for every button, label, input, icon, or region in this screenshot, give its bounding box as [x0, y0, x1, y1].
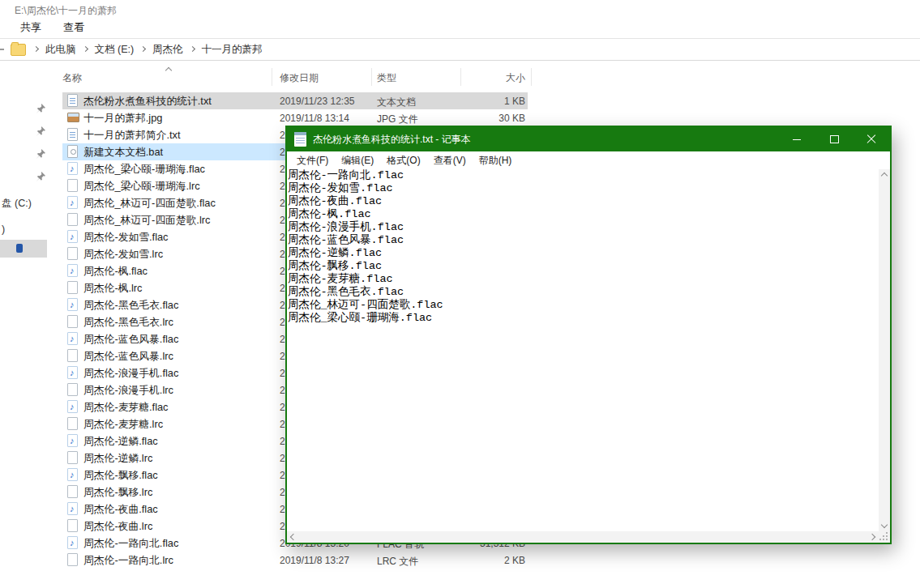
scroll-right-icon[interactable]: [869, 534, 875, 540]
flac-file-icon: [67, 162, 78, 175]
file-name: 周杰伦-发如雪.lrc: [83, 248, 163, 262]
lrc-file-icon: [67, 519, 78, 532]
text-line: 周杰伦-一路向北.flac: [288, 169, 879, 182]
column-header-name[interactable]: 名称: [62, 71, 82, 85]
file-name: 周杰伦-黑色毛衣.flac: [83, 299, 178, 313]
file-name: 周杰伦-黑色毛衣.lrc: [83, 316, 173, 330]
column-header-type[interactable]: 类型: [377, 71, 396, 85]
file-name: 周杰伦-飘移.flac: [83, 469, 158, 483]
scroll-down-icon[interactable]: [881, 522, 888, 528]
breadcrumb-item[interactable]: 周杰伦: [152, 43, 183, 57]
menu-item[interactable]: 查看(V): [427, 151, 473, 170]
resize-grip-icon[interactable]: [886, 539, 888, 540]
scroll-left-icon[interactable]: [290, 534, 297, 540]
file-date: 2: [280, 266, 285, 277]
lrc-file-icon: [67, 247, 78, 260]
lrc-file-icon: [67, 281, 78, 294]
column-header-size[interactable]: 大小: [466, 71, 525, 85]
file-date: 2: [280, 487, 285, 498]
txt-file-icon: [67, 128, 78, 141]
column-separator[interactable]: [460, 68, 461, 86]
vertical-scrollbar[interactable]: [879, 169, 890, 531]
menu-item[interactable]: 帮助(H): [473, 151, 519, 170]
flac-file-icon: [67, 230, 78, 243]
breadcrumb-item[interactable]: 文档 (E:): [95, 43, 135, 57]
file-date: 2019/11/23 12:35: [280, 96, 355, 107]
menu-item[interactable]: 文件(F): [290, 151, 335, 170]
breadcrumb-separator-icon: [82, 46, 88, 52]
lrc-file-icon: [67, 315, 78, 328]
sidebar-item-drive-c[interactable]: 盘 (C:): [2, 197, 32, 211]
minimize-button[interactable]: [778, 127, 815, 151]
file-name: 周杰伦-蓝色风暴.flac: [83, 333, 178, 347]
sidebar-selected-item[interactable]: [0, 240, 47, 258]
file-name: 周杰伦-蓝色风暴.lrc: [83, 350, 173, 364]
text-line: 周杰伦-浪漫手机.flac: [288, 221, 879, 234]
file-date: 2: [280, 215, 285, 226]
sidebar-item-drive-e[interactable]: ): [2, 224, 5, 235]
flac-file-icon: [67, 366, 78, 379]
file-row[interactable]: 周杰伦-一路向北.lrc2019/11/8 13:27LRC 文件2 KB: [62, 552, 528, 569]
jpg-file-icon: [67, 113, 79, 122]
lrc-file-icon: [67, 451, 78, 464]
flac-file-icon: [67, 332, 78, 345]
file-date: 2: [280, 470, 285, 481]
notepad-text-area[interactable]: 周杰伦-一路向北.flac周杰伦-发如雪.flac周杰伦-夜曲.flac周杰伦-…: [288, 169, 879, 531]
pin-icon[interactable]: [36, 102, 45, 112]
pin-icon[interactable]: [36, 147, 45, 157]
bat-file-icon: [67, 145, 78, 158]
file-date: 2: [280, 521, 285, 532]
file-date: 2: [280, 283, 285, 294]
file-name: 十一月的萧邦.jpg: [83, 112, 162, 126]
file-date: 2: [280, 249, 285, 260]
back-button-fragment[interactable]: [0, 49, 4, 50]
address-bar[interactable]: 此电脑文档 (E:)周杰伦十一月的萧邦: [0, 39, 920, 61]
column-separator[interactable]: [531, 68, 532, 86]
scroll-up-icon[interactable]: [881, 173, 888, 179]
pin-icon[interactable]: [36, 125, 45, 134]
file-row[interactable]: 十一月的萧邦.jpg2019/11/8 13:14JPG 文件30 KB: [62, 109, 528, 126]
lrc-file-icon: [67, 213, 78, 226]
menu-item[interactable]: 格式(O): [380, 151, 426, 170]
pin-icon[interactable]: [36, 170, 45, 180]
ribbon-tab-share[interactable]: 共享: [20, 20, 41, 35]
flac-file-icon: [67, 400, 78, 413]
folder-icon: [11, 44, 26, 56]
notepad-window: 杰伦粉水煮鱼科技的统计.txt - 记事本 文件(F)编辑(E)格式(O)查看(…: [285, 126, 892, 544]
file-name: 周杰伦-发如雪.flac: [83, 231, 169, 245]
lrc-file-icon: [67, 383, 78, 396]
text-line: 周杰伦-夜曲.flac: [288, 195, 879, 208]
close-button[interactable]: [853, 127, 890, 151]
file-name: 周杰伦-麦芽糖.flac: [83, 401, 169, 415]
lrc-file-icon: [67, 485, 78, 498]
column-separator[interactable]: [371, 68, 372, 86]
ribbon-tab-view[interactable]: 查看: [63, 20, 84, 35]
notepad-menubar: 文件(F)编辑(E)格式(O)查看(V)帮助(H): [287, 151, 890, 169]
menu-item[interactable]: 编辑(E): [335, 151, 380, 170]
breadcrumb-item[interactable]: 此电脑: [45, 43, 76, 57]
maximize-button[interactable]: [815, 127, 853, 151]
ribbon-tabs: 共享查看: [20, 20, 84, 35]
file-name: 周杰伦-逆鳞.lrc: [83, 452, 152, 466]
file-name: 新建文本文档.bat: [83, 146, 163, 160]
breadcrumb-item[interactable]: 十一月的萧邦: [202, 43, 263, 57]
file-row[interactable]: 杰伦粉水煮鱼科技的统计.txt2019/11/23 12:35文本文档1 KB: [62, 92, 528, 109]
file-date: 2: [280, 164, 285, 175]
notepad-titlebar[interactable]: 杰伦粉水煮鱼科技的统计.txt - 记事本: [287, 127, 890, 151]
text-line: 周杰伦_林迈可-四面楚歌.flac: [288, 299, 879, 312]
column-separator[interactable]: [272, 68, 272, 86]
flac-file-icon: [67, 264, 78, 277]
flac-file-icon: [67, 298, 78, 311]
close-icon: [867, 134, 876, 144]
column-header-date[interactable]: 修改日期: [280, 71, 319, 85]
file-type: 文本文档: [377, 96, 416, 109]
file-name: 周杰伦-麦芽糖.lrc: [83, 418, 163, 432]
file-date: 2: [280, 300, 285, 311]
breadcrumb-separator-icon: [140, 46, 146, 52]
breadcrumb: 此电脑文档 (E:)周杰伦十一月的萧邦: [27, 43, 263, 57]
flac-file-icon: [67, 536, 78, 549]
scrollbar-corner: [879, 531, 890, 543]
horizontal-scrollbar[interactable]: [287, 531, 879, 543]
file-name: 周杰伦-夜曲.flac: [83, 503, 158, 517]
flac-file-icon: [67, 196, 78, 209]
